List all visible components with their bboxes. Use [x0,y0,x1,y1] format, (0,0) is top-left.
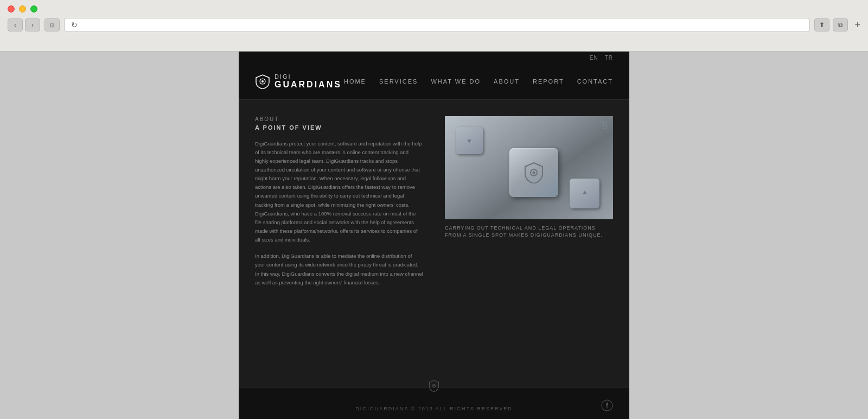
logo[interactable]: DIGI GUARDIANS [255,74,342,90]
about-paragraph-2: In addition, DigiGuardians is able to me… [255,252,423,287]
feature-image: 5 [445,116,613,219]
traffic-lights [8,5,860,12]
nav-report[interactable]: REPORT [533,78,564,85]
arrow-left-key [456,127,483,154]
content-spacer [239,306,629,387]
keyboard-sim: 5 [445,116,613,219]
content-left: ABOUT A POINT OF VIEW DigiGuardians prot… [255,116,423,295]
arrow-right-key [570,179,599,208]
back-button[interactable]: ‹ [8,18,23,31]
footer-shield-icon [428,380,440,392]
main-nav: HOME SERVICES WHAT WE DO ABOUT REPORT CO… [344,78,613,85]
nav-services[interactable]: SERVICES [379,78,418,85]
browser-actions: ⬆ ⧉ [814,18,848,31]
nav-about[interactable]: ABOUT [494,78,520,85]
about-label: ABOUT [255,116,423,122]
site-footer: DIGIGUARDIANS © 2013 ALL RIGHTS RESERVED [239,387,629,419]
nav-home[interactable]: HOME [344,78,366,85]
logo-text-digi: DIGI [275,74,342,80]
content-right: 5 CARRYING OUT TECHNICAL AND LEGAL OPERA… [445,116,613,295]
site-main: ABOUT A POINT OF VIEW DigiGuardians prot… [239,100,629,306]
top-bar: EN TR [239,52,629,64]
browser-chrome: ‹ › ⊡ ↻ ⬆ ⧉ + [0,0,868,52]
website: EN TR DIGI GUARDIANS HOME [239,52,629,419]
nav-what-we-do[interactable]: WHAT WE DO [431,78,481,85]
minimize-button[interactable] [19,5,26,12]
site-header: DIGI GUARDIANS HOME SERVICES WHAT WE DO … [239,64,629,100]
about-paragraph-1: DigiGuardians protect your content, soft… [255,139,423,245]
image-caption: CARRYING OUT TECHNICAL AND LEGAL OPERATI… [445,225,613,239]
share-button[interactable]: ⬆ [814,18,829,31]
address-bar[interactable]: ↻ [64,18,810,32]
forward-button[interactable]: › [25,18,40,31]
key-shield-icon [524,162,544,183]
fullscreen-button[interactable] [30,5,37,12]
tab-view-button[interactable]: ⊡ [44,18,60,31]
about-subtitle: A POINT OF VIEW [255,124,423,131]
key-number: 5 [602,120,608,132]
logo-shield-icon [255,74,270,89]
footer-copyright: DIGIGUARDIANS © 2013 ALL RIGHTS RESERVED [355,406,513,411]
duplicate-button[interactable]: ⧉ [833,18,848,31]
lang-en[interactable]: EN [590,55,598,61]
shield-key [509,148,558,197]
svg-point-1 [261,80,264,82]
lang-tr[interactable]: TR [605,55,613,61]
footer-compass-icon [601,399,613,414]
nav-contact[interactable]: CONTACT [577,78,613,85]
logo-text-guardians: GUARDIANS [275,80,342,90]
nav-buttons: ‹ › [8,18,40,31]
svg-point-5 [433,385,435,387]
add-tab-button[interactable]: + [854,20,860,31]
browser-toolbar: ‹ › ⊡ ↻ ⬆ ⧉ + [8,18,860,32]
reload-button[interactable]: ↻ [71,21,78,29]
svg-point-3 [533,171,535,174]
close-button[interactable] [8,5,15,12]
